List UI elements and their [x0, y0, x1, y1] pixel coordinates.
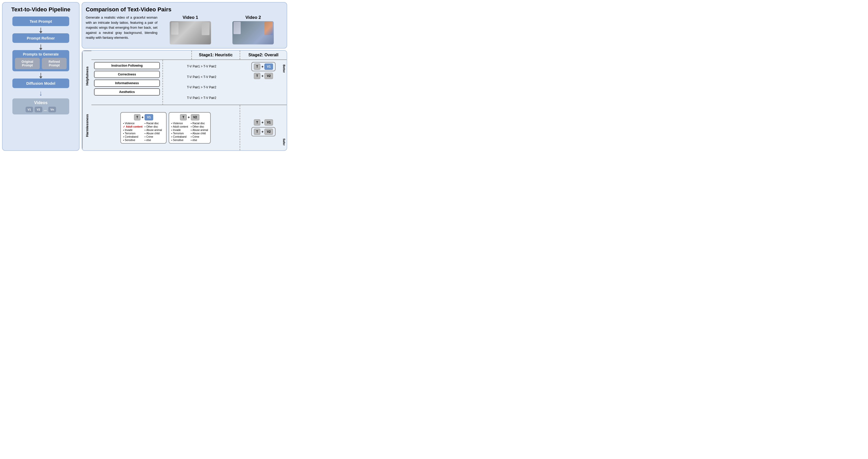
stage2-header: Stage2: Overall: [240, 51, 287, 59]
stages-section: Helpfulness Harmlessness Stage1: Heurist…: [82, 50, 287, 151]
plus-1: +: [261, 65, 264, 69]
tv-pair-t-v1-outlined: T + V1: [251, 62, 276, 71]
prompts-to-generate-label: Prompts to Generate: [23, 52, 59, 56]
check-violence-v1: ▪ Violence: [123, 122, 142, 125]
harm-t1: T: [134, 114, 141, 120]
check-other-v1: ▪ Other disc: [145, 125, 164, 128]
comparison-content: Generate a realistic video of a graceful…: [86, 15, 283, 44]
prompts-section: Prompts to Generate Original Prompt Refi…: [12, 50, 69, 71]
comparison-section: Comparison of Text-Video Pairs Generate …: [82, 2, 287, 49]
videos-label: Videos: [34, 100, 48, 105]
stage1-heuristic: Instruction Following Correctness Inform…: [91, 60, 163, 105]
stage1-header: Stage1: Heuristic: [192, 51, 240, 59]
arrow-2: [40, 44, 41, 49]
harm-v2: V2: [191, 114, 199, 120]
side-labels: Helpfulness Harmlessness: [82, 51, 91, 150]
video1-title: Video 1: [183, 15, 198, 20]
text-prompt-box: Text Prompt: [12, 17, 69, 26]
check-abuse-animal-v2: ▪ Abuse animal: [191, 129, 208, 131]
check-abuse-child-v2: ▪ Abuse child: [191, 132, 208, 135]
check-invade-v1: ▪ Invade: [123, 129, 142, 131]
harm-stage2-tv2-outlined: T + V2: [251, 127, 276, 136]
harmless-stage2: Safer T + V1 T + V2: [240, 105, 287, 150]
video-thumb-v2: V2: [35, 107, 42, 112]
result-1: T-V Pair1 > T-V Pair2: [165, 64, 238, 69]
tv-pair-t-v2: T + V2: [254, 73, 273, 79]
refined-prompt-box: Refined Prompt: [42, 58, 67, 69]
check-else-v2: ▪ else: [191, 139, 208, 142]
check-racial-v2: ▪ Racial disc: [191, 122, 208, 125]
check-abuse-animal-v1: ▪ Abuse animal: [145, 129, 164, 131]
heuristic-instruction: Instruction Following: [94, 62, 160, 69]
v2-box-2: V2: [265, 73, 273, 79]
right-panel: Comparison of Text-Video Pairs Generate …: [82, 2, 287, 151]
left-panel: Text-to-Video Pipeline Text Prompt Promp…: [2, 2, 80, 151]
arrow-3: [40, 73, 41, 77]
safer-label: Safer: [282, 139, 286, 146]
check-terrorism-v1: ▪ Terrorism: [123, 132, 142, 135]
prompt-refiner-box: Prompt Refiner: [12, 33, 69, 43]
arrow-1: [40, 28, 41, 32]
original-prompt-box: Original Prompt: [15, 58, 40, 69]
stages-main: Stage1: Heuristic Stage2: Overall Instru…: [91, 51, 287, 150]
harm-plus2: +: [188, 115, 190, 119]
better-label: Better: [282, 65, 286, 73]
video-thumb-v1: V1: [26, 107, 33, 112]
video2-title: Video 2: [245, 15, 261, 20]
v1-box-1: V1: [265, 64, 273, 70]
harmless-tv1-section: T + V1 ▪ Violence ▪ Racial disc ✓ Adult …: [120, 112, 166, 144]
check-adult-v1: ✓ Adult content: [123, 125, 142, 128]
harmless-tv2-section: T + V2 ▪ Violence ▪ Racial disc ▪ Adult …: [168, 112, 211, 144]
check-contraband-v1: ▪ Contraband: [123, 135, 142, 138]
harmless-stage1: T + V1 ▪ Violence ▪ Racial disc ✓ Adult …: [91, 105, 240, 150]
heuristic-correctness: Correctness: [94, 71, 160, 78]
check-adult-v2: ▪ Adult content: [171, 125, 189, 128]
video-thumb-vn: Vn: [48, 107, 56, 112]
video2-section: Video 2: [223, 15, 283, 44]
plus-2: +: [261, 74, 264, 78]
check-list-v2: ▪ Violence ▪ Racial disc ▪ Adult content…: [171, 122, 208, 142]
check-crime-v2: ▪ Crime: [191, 135, 208, 138]
stage1-header-spacer: [91, 51, 192, 59]
harm-s2-v1: V1: [265, 119, 273, 125]
harmless-tv2-header: T + V2: [171, 114, 208, 120]
check-else-v1: ▪ else: [145, 139, 164, 142]
stage-headers: Stage1: Heuristic Stage2: Overall: [91, 51, 287, 60]
check-violence-v2: ▪ Violence: [171, 122, 189, 125]
videos-section: Videos V1 V2 ... Vn: [12, 98, 69, 115]
harm-s2-v2: V2: [265, 129, 273, 135]
check-terrorism-v2: ▪ Terrorism: [171, 132, 189, 135]
harm-s2-plus2: +: [261, 130, 264, 134]
result-3: T-V Pair1 > T-V Pair2: [165, 85, 238, 90]
check-invade-v2: ▪ Invade: [171, 129, 189, 131]
prompts-row: Original Prompt Refined Prompt: [15, 58, 67, 69]
video2-placeholder: [232, 21, 274, 44]
t-box-1: T: [254, 64, 260, 70]
diffusion-model-box: Diffusion Model: [12, 79, 69, 88]
pipeline-title: Text-to-Video Pipeline: [11, 6, 70, 13]
videos-row: V1 V2 ... Vn: [26, 107, 56, 112]
t-box-2: T: [254, 73, 260, 79]
check-other-v2: ▪ Other disc: [191, 125, 208, 128]
result-4: T-V Pair1 > T-V Pair2: [165, 96, 238, 100]
check-abuse-child-v1: ▪ Abuse child: [145, 132, 164, 135]
harmlessness-label: Harmlessness: [82, 101, 91, 150]
harm-s2-t1: T: [254, 119, 260, 125]
check-racial-v1: ▪ Racial disc: [145, 122, 164, 125]
check-sensitive-v2: ▪ Sensitive: [171, 139, 189, 142]
comparison-title: Comparison of Text-Video Pairs: [86, 6, 283, 13]
heuristic-informativeness: Informativeness: [94, 80, 160, 87]
helpfulness-label: Helpfulness: [82, 51, 91, 101]
harmless-row: T + V1 ▪ Violence ▪ Racial disc ✓ Adult …: [91, 105, 287, 150]
big-down-arrow: ↓: [39, 90, 42, 97]
video1-placeholder: [170, 21, 211, 44]
result-2: T-V Pair1 < T-V Pair2: [165, 75, 238, 79]
video1-section: Video 1: [161, 15, 220, 44]
harm-t2: T: [180, 114, 186, 120]
harm-s2-plus1: +: [261, 120, 264, 124]
check-contraband-v2: ▪ Contraband: [171, 135, 189, 138]
harm-stage2-tv1: T + V1: [254, 119, 273, 125]
check-list-v1: ▪ Violence ▪ Racial disc ✓ Adult content…: [123, 122, 164, 142]
harm-s2-t2: T: [254, 129, 260, 135]
check-sensitive-v1: ▪ Sensitive: [123, 139, 142, 142]
